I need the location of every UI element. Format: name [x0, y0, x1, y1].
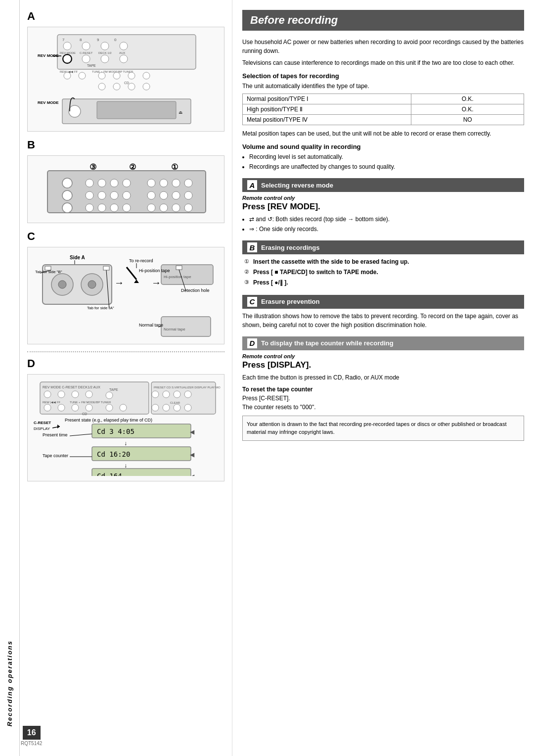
- reset-step-2: The counter resets to "000".: [242, 403, 524, 412]
- section-b-label: B: [27, 139, 224, 151]
- svg-point-36: [69, 105, 81, 117]
- svg-text:DECK 1/2: DECK 1/2: [98, 51, 112, 54]
- svg-point-102: [58, 391, 65, 398]
- svg-point-106: [106, 392, 113, 399]
- badge-a: A: [247, 180, 257, 190]
- svg-point-104: [86, 391, 92, 398]
- svg-text:Present time: Present time: [43, 432, 68, 437]
- step-b-1: ① Insert the cassette with the side to b…: [244, 257, 524, 267]
- svg-text:③: ③: [89, 163, 96, 171]
- svg-point-19: [64, 72, 71, 79]
- svg-point-103: [72, 391, 79, 398]
- svg-point-30: [143, 83, 150, 90]
- diagram-b-svg: ③ ② ①: [33, 161, 221, 218]
- svg-text:Tab for side "A": Tab for side "A": [87, 306, 114, 310]
- svg-point-6: [82, 42, 90, 50]
- tape-position-2: High position/TYPE Ⅱ: [243, 104, 411, 115]
- section-a-press: Press [REV MODE].: [242, 202, 524, 212]
- diagram-d: REV MODE C-RESET DECK1/2 AUX TAPE REW |◀…: [27, 374, 224, 481]
- svg-point-50: [147, 179, 155, 187]
- svg-rect-37: [97, 101, 176, 119]
- svg-point-53: [184, 179, 192, 187]
- section-a-label: A: [27, 10, 224, 23]
- selection-body: The unit automatically identifies the ty…: [242, 82, 524, 91]
- svg-text:①: ①: [171, 163, 178, 171]
- svg-text:Cd 3   4:05: Cd 3 4:05: [97, 427, 134, 435]
- svg-point-61: [184, 191, 192, 199]
- svg-text:0: 0: [114, 38, 117, 42]
- svg-point-123: [163, 404, 170, 411]
- svg-text:Tape counter: Tape counter: [43, 453, 68, 458]
- table-row: Normal position/TYPE Ⅰ O.K.: [243, 94, 524, 104]
- svg-point-52: [172, 179, 180, 187]
- section-d-remote-label: Remote control only: [242, 353, 524, 359]
- svg-point-14: [82, 55, 90, 63]
- svg-point-101: [44, 391, 51, 398]
- svg-point-58: [147, 191, 155, 199]
- section-a-remote-label: Remote control only: [242, 195, 524, 201]
- svg-point-15: [101, 55, 109, 63]
- badge-c: C: [247, 297, 257, 307]
- svg-point-57: [123, 191, 131, 199]
- svg-point-51: [160, 179, 168, 187]
- diagram-c: Side A Tab for side "B" Tab for side "A": [27, 247, 224, 344]
- step-text-b-3: Press [ ●/‖ ].: [253, 278, 288, 287]
- tape-status-2: O.K.: [411, 104, 524, 115]
- svg-line-84: [127, 267, 136, 280]
- svg-point-43: [62, 178, 72, 188]
- svg-text:REW |◀◀ FF: REW |◀◀ FF: [43, 401, 61, 404]
- note-text: Your attention is drawn to the fact that…: [247, 421, 506, 435]
- svg-text:Cd   16:20: Cd 16:20: [97, 450, 130, 458]
- left-column: A 7 8 9 0 REV MODE C-RESET DECK 1/2: [20, 0, 232, 756]
- svg-text:Hi-position tape: Hi-position tape: [139, 268, 170, 273]
- section-a-bullets: ⇄ and ↺: Both sides record (top side → b…: [242, 215, 524, 234]
- badge-b: B: [247, 242, 257, 252]
- svg-text:◀: ◀: [190, 428, 195, 435]
- svg-point-23: [113, 72, 120, 79]
- svg-text:↓: ↓: [124, 440, 127, 447]
- svg-point-54: [86, 191, 93, 199]
- svg-text:→: →: [151, 277, 161, 288]
- section-a-bullet-2: ⇒ : One side only records.: [249, 225, 524, 234]
- volume-header: Volume and sound quality in recording: [242, 143, 524, 150]
- svg-text:②: ②: [129, 163, 136, 171]
- svg-point-44: [62, 190, 72, 200]
- section-b-header-text: Erasing recordings: [261, 244, 319, 251]
- svg-text:Hi-position tape: Hi-position tape: [164, 275, 191, 279]
- svg-point-5: [63, 42, 71, 50]
- svg-point-47: [98, 179, 106, 187]
- intro-text-1: Use household AC power or new batteries …: [242, 38, 524, 55]
- step-num-2: ②: [244, 268, 253, 277]
- svg-text:↓: ↓: [124, 462, 127, 469]
- svg-text:TAPE: TAPE: [87, 64, 96, 67]
- svg-point-49: [123, 179, 131, 187]
- svg-text:⏏: ⏏: [178, 110, 183, 115]
- svg-point-108: [44, 404, 51, 411]
- svg-rect-94: [176, 266, 182, 270]
- svg-text:TUNE +  FM MODE/BP TUNER: TUNE + FM MODE/BP TUNER: [70, 401, 111, 404]
- section-d-label: D: [27, 357, 224, 370]
- step-b-2: ② Press [ ■ TAPE/CD] to switch to TAPE m…: [244, 268, 524, 277]
- section-d-press-body: Each time the button is pressed in CD, R…: [242, 373, 524, 382]
- svg-text:8: 8: [80, 38, 82, 42]
- svg-point-20: [79, 72, 86, 79]
- section-header-c: C Erasure prevention: [242, 295, 524, 309]
- intro-text-2: Televisions can cause interference to re…: [242, 58, 524, 67]
- tape-position-1: Normal position/TYPE Ⅰ: [243, 94, 411, 104]
- section-a-header-text: Selecting reverse mode: [261, 182, 333, 189]
- section-d-header-text: To display the tape counter while record…: [261, 339, 394, 347]
- svg-point-67: [160, 204, 168, 212]
- svg-text:CLEAR: CLEAR: [170, 401, 180, 404]
- svg-marker-85: [134, 280, 139, 283]
- svg-point-69: [184, 204, 192, 212]
- diagram-a-svg: 7 8 9 0 REV MODE C-RESET DECK 1/2 AUX: [33, 32, 221, 96]
- section-c-header-text: Erasure prevention: [261, 298, 320, 305]
- svg-point-119: [163, 391, 170, 398]
- main-content: A 7 8 9 0 REV MODE C-RESET DECK 1/2: [20, 0, 534, 756]
- svg-point-25: [143, 72, 150, 79]
- svg-point-126: [184, 404, 191, 411]
- step-num-1: ①: [244, 257, 253, 266]
- dotted-separator: [27, 351, 224, 352]
- svg-point-64: [110, 204, 118, 212]
- svg-point-66: [147, 204, 155, 212]
